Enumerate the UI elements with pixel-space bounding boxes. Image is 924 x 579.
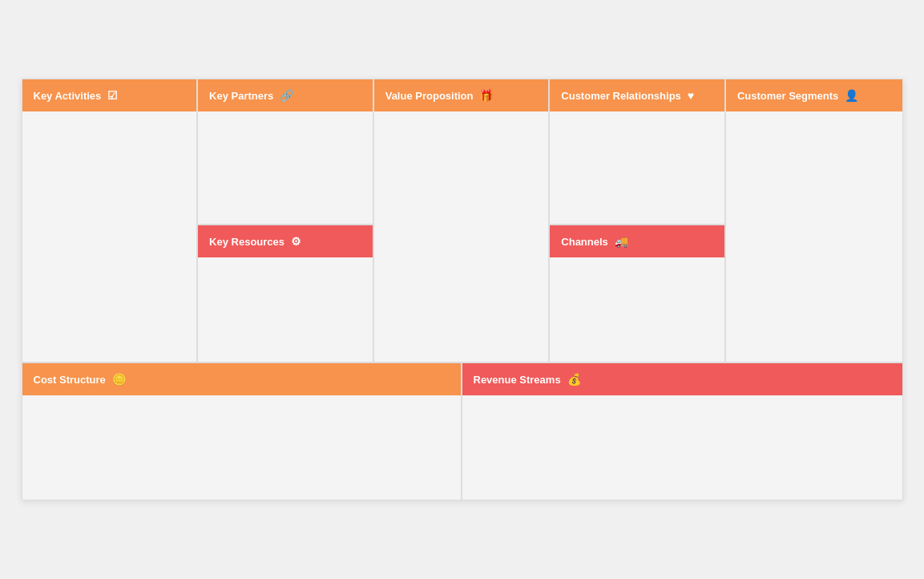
customer-relationships-cell: Customer Relationships ♥ Channels 🚚 [550,79,726,362]
key-resources-body[interactable] [198,257,373,362]
value-proposition-body[interactable] [374,111,549,362]
customer-relationships-icon: ♥ [688,89,694,102]
revenue-streams-body[interactable] [462,395,902,500]
key-activities-icon: ☑ [107,89,118,102]
cost-structure-body[interactable] [22,395,461,500]
key-activities-body[interactable] [22,111,197,362]
revenue-streams-header: Revenue Streams 💰 [462,363,902,395]
customer-relationships-header: Customer Relationships ♥ [550,79,724,111]
channels-section: Channels 🚚 [550,225,724,362]
customer-segments-header: Customer Segments 👤 [726,79,902,111]
key-partners-cell: Key Partners 🔗 Key Resources ⚙ [198,79,374,362]
channels-body[interactable] [550,257,724,362]
customer-relationships-label: Customer Relationships [561,90,681,102]
cost-structure-icon: 🪙 [112,373,126,386]
bottom-section: Cost Structure 🪙 Revenue Streams 💰 [22,363,902,500]
key-resources-label: Key Resources [209,236,284,248]
revenue-streams-icon: 💰 [567,373,581,386]
customer-segments-cell: Customer Segments 👤 [726,79,902,362]
key-partners-icon: 🔗 [280,89,293,102]
customer-segments-icon: 👤 [845,89,858,102]
key-partners-label: Key Partners [209,90,273,102]
key-resources-icon: ⚙ [291,235,301,248]
business-model-canvas: Key Activities ☑ Key Partners 🔗 Key Reso… [22,79,903,500]
key-partners-body[interactable] [198,111,373,224]
revenue-streams-cell: Revenue Streams 💰 [462,363,902,500]
key-partners-header: Key Partners 🔗 [198,79,373,111]
channels-icon: 🚚 [615,235,628,248]
value-proposition-label: Value Proposition [385,90,474,102]
value-proposition-cell: Value Proposition 🎁 [374,79,551,362]
key-partners-top: Key Partners 🔗 [198,79,373,225]
key-activities-header: Key Activities ☑ [22,79,197,111]
customer-relationships-body[interactable] [550,111,724,224]
channels-label: Channels [561,236,608,248]
channels-header: Channels 🚚 [550,225,724,257]
customer-relationships-top: Customer Relationships ♥ [550,79,724,225]
revenue-streams-label: Revenue Streams [474,374,561,386]
customer-segments-body[interactable] [726,111,902,362]
key-activities-label: Key Activities [34,90,102,102]
key-activities-cell: Key Activities ☑ [22,79,199,362]
key-resources-header: Key Resources ⚙ [198,225,373,257]
top-section: Key Activities ☑ Key Partners 🔗 Key Reso… [22,79,902,363]
key-resources-section: Key Resources ⚙ [198,225,373,362]
value-proposition-header: Value Proposition 🎁 [374,79,549,111]
cost-structure-label: Cost Structure [34,374,106,386]
customer-segments-label: Customer Segments [737,90,838,102]
cost-structure-header: Cost Structure 🪙 [22,363,461,395]
value-proposition-icon: 🎁 [479,89,493,102]
key-partners-split: Key Partners 🔗 Key Resources ⚙ [198,79,373,362]
cost-structure-cell: Cost Structure 🪙 [22,363,462,500]
cust-rel-split: Customer Relationships ♥ Channels 🚚 [550,79,724,362]
